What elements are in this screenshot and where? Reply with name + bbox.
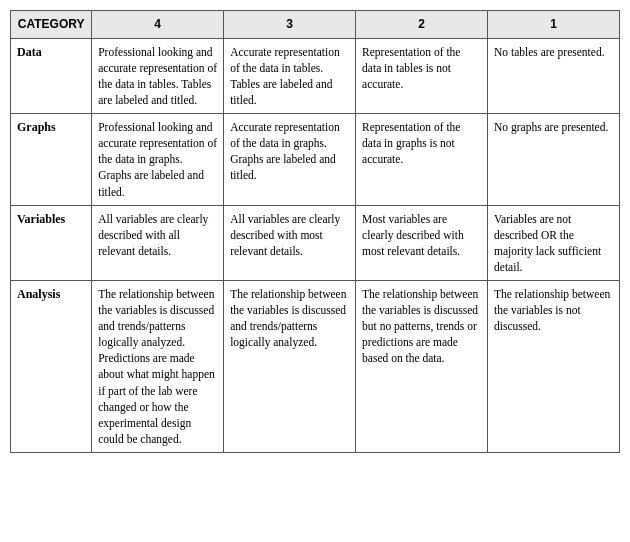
graphs-col1: No graphs are presented. (488, 114, 620, 205)
header-3: 3 (224, 11, 356, 39)
table-row: Data Professional looking and accurate r… (11, 38, 620, 113)
category-analysis: Analysis (11, 281, 92, 453)
header-row: CATEGORY 4 3 2 1 (11, 11, 620, 39)
table-row: Analysis The relationship between the va… (11, 281, 620, 453)
data-col3: Accurate representation of the data in t… (224, 38, 356, 113)
data-col2: Representation of the data in tables is … (356, 38, 488, 113)
variables-col2: Most variables are clearly described wit… (356, 205, 488, 280)
data-col1: No tables are presented. (488, 38, 620, 113)
analysis-col1: The relationship between the variables i… (488, 281, 620, 453)
variables-col4: All variables are clearly described with… (92, 205, 224, 280)
category-variables: Variables (11, 205, 92, 280)
data-col4: Professional looking and accurate repres… (92, 38, 224, 113)
variables-col3: All variables are clearly described with… (224, 205, 356, 280)
graphs-col2: Representation of the data in graphs is … (356, 114, 488, 205)
table-row: Graphs Professional looking and accurate… (11, 114, 620, 205)
header-4: 4 (92, 11, 224, 39)
header-category: CATEGORY (11, 11, 92, 39)
graphs-col4: Professional looking and accurate repres… (92, 114, 224, 205)
analysis-col2: The relationship between the variables i… (356, 281, 488, 453)
category-graphs: Graphs (11, 114, 92, 205)
table-row: Variables All variables are clearly desc… (11, 205, 620, 280)
category-data: Data (11, 38, 92, 113)
analysis-col4: The relationship between the variables i… (92, 281, 224, 453)
header-2: 2 (356, 11, 488, 39)
graphs-col3: Accurate representation of the data in g… (224, 114, 356, 205)
analysis-col3: The relationship between the variables i… (224, 281, 356, 453)
variables-col1: Variables are not described OR the major… (488, 205, 620, 280)
header-1: 1 (488, 11, 620, 39)
rubric-table: CATEGORY 4 3 2 1 Data Professional looki… (10, 10, 620, 453)
